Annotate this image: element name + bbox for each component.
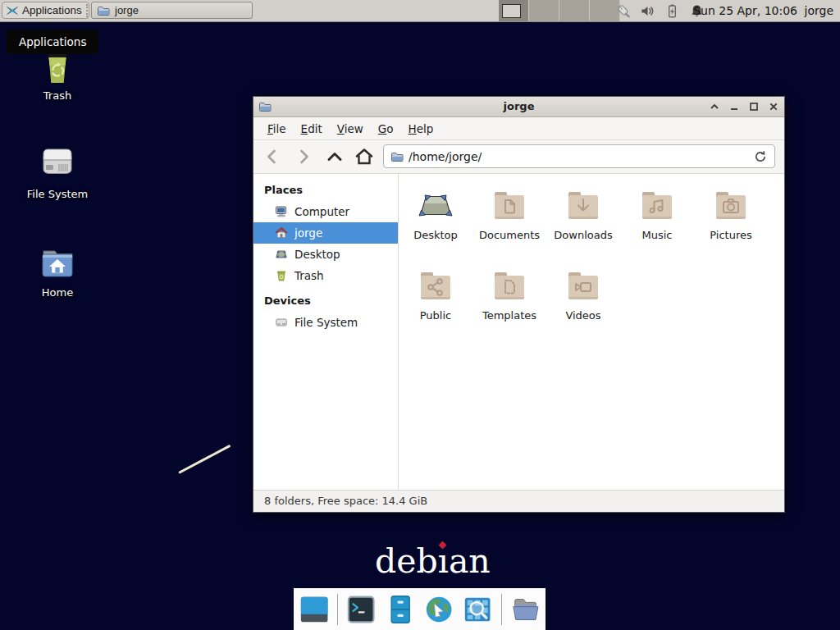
folder-download-icon xyxy=(564,185,603,225)
home-icon xyxy=(275,226,288,240)
sidebar-item-label: Computer xyxy=(294,205,349,218)
desktop-icon xyxy=(416,185,455,225)
desktop-icon xyxy=(275,248,288,261)
folder-item-label: Public xyxy=(399,309,472,322)
folder-item-desktop[interactable]: Desktop xyxy=(399,185,472,266)
applications-menu-button[interactable]: Applications xyxy=(2,2,89,19)
sidebar-item-computer[interactable]: Computer xyxy=(253,201,398,222)
file-manager-window: jorge FileEditViewGoHelp /home/jorge/ Pl… xyxy=(253,96,785,513)
menu-edit[interactable]: Edit xyxy=(294,120,330,138)
dock-application-finder-button[interactable] xyxy=(462,593,493,626)
top-panel: Applications jorge Sun 25 Apr, 10:06 jor… xyxy=(0,0,840,22)
taskbar-window-button[interactable]: jorge xyxy=(91,2,253,19)
sidebar-item-label: jorge xyxy=(294,226,322,240)
home-button[interactable] xyxy=(354,147,375,167)
places-sidebar: Places ComputerjorgeDesktopTrash Devices… xyxy=(253,174,399,490)
sidebar-item-label: Desktop xyxy=(294,248,340,261)
workspace-switcher[interactable] xyxy=(499,0,620,21)
folder-item-label: Music xyxy=(620,229,694,241)
toolbar: /home/jorge/ xyxy=(253,140,784,174)
folder-item-label: Videos xyxy=(546,309,620,322)
volume-icon[interactable] xyxy=(640,3,655,19)
folder-item-music[interactable]: Music xyxy=(620,185,694,266)
folder-item-label: Desktop xyxy=(399,229,472,241)
debian-logo: debıan xyxy=(375,541,491,581)
user-menu[interactable]: jorge xyxy=(805,0,833,21)
folder-item-templates[interactable]: Templates xyxy=(472,266,546,346)
dock-terminal-button[interactable] xyxy=(345,593,377,626)
location-bar[interactable]: /home/jorge/ xyxy=(383,144,775,168)
window-controls xyxy=(708,97,780,116)
folder-music-icon xyxy=(637,185,677,225)
statusbar: 8 folders, Free space: 14.4 GiB xyxy=(253,490,784,512)
folder-item-downloads[interactable]: Downloads xyxy=(546,185,620,266)
desktop-icon-file-system[interactable]: File System xyxy=(15,145,100,200)
folder-icon xyxy=(97,4,110,17)
folder-camera-icon xyxy=(711,185,751,225)
desktop: Applications jorge Sun 25 Apr, 10:06 jor… xyxy=(0,0,840,630)
workspace-1[interactable] xyxy=(499,0,529,21)
window-title: jorge xyxy=(253,97,784,116)
sidebar-item-file-system[interactable]: File System xyxy=(253,312,398,333)
dock-folder-button[interactable] xyxy=(509,593,541,626)
menu-file[interactable]: File xyxy=(260,120,294,138)
desktop-icon-trash[interactable]: Trash xyxy=(15,47,100,102)
location-folder-icon xyxy=(390,150,404,163)
back-button[interactable] xyxy=(262,147,283,167)
dock-show-desktop-button[interactable] xyxy=(299,593,330,626)
desktop-icon-label: Home xyxy=(15,286,100,299)
trash-icon xyxy=(275,269,288,282)
folder-document-icon xyxy=(490,185,529,225)
folder-item-label: Templates xyxy=(472,309,546,322)
dock xyxy=(294,588,546,630)
clock[interactable]: Sun 25 Apr, 10:06 xyxy=(693,0,797,21)
folder-template-icon xyxy=(490,266,529,305)
battery-icon[interactable] xyxy=(664,3,680,19)
forward-button[interactable] xyxy=(293,147,314,167)
up-button[interactable] xyxy=(324,147,345,167)
folder-item-pictures[interactable]: Pictures xyxy=(694,185,768,266)
sidebar-item-jorge[interactable]: jorge xyxy=(253,222,398,244)
panel-grip[interactable] xyxy=(86,4,89,17)
folder-item-label: Pictures xyxy=(694,229,768,241)
folder-item-videos[interactable]: Videos xyxy=(546,266,620,346)
menu-go[interactable]: Go xyxy=(371,120,401,138)
menu-view[interactable]: View xyxy=(330,120,371,138)
minimize-button[interactable] xyxy=(728,100,741,113)
applications-menu-label: Applications xyxy=(22,4,82,16)
mouse-device-icon[interactable] xyxy=(615,3,631,19)
workspace-3[interactable] xyxy=(559,0,590,21)
debian-logo-i: ı xyxy=(438,541,449,581)
close-button[interactable] xyxy=(767,100,780,113)
folder-item-public[interactable]: Public xyxy=(399,266,472,346)
folder-video-icon xyxy=(564,266,603,305)
dock-separator xyxy=(337,594,338,625)
desktop-icon-label: Trash xyxy=(15,89,100,102)
menubar: FileEditViewGoHelp xyxy=(253,117,784,140)
folder-item-label: Downloads xyxy=(546,229,620,241)
desktop-line-artifact xyxy=(178,445,231,474)
computer-icon xyxy=(275,205,288,218)
system-tray xyxy=(615,2,705,19)
dock-file-cabinet-button[interactable] xyxy=(385,593,416,626)
reload-button[interactable] xyxy=(753,149,768,164)
workspace-window-preview xyxy=(502,4,521,18)
folder-item-label: Documents xyxy=(472,229,546,241)
applications-tooltip: Applications xyxy=(7,30,98,54)
menu-help[interactable]: Help xyxy=(401,120,441,138)
dock-separator xyxy=(501,594,502,625)
devices-header: Devices xyxy=(253,290,398,312)
maximize-button[interactable] xyxy=(747,100,760,113)
workspace-2[interactable] xyxy=(529,0,559,21)
folder-item-documents[interactable]: Documents xyxy=(472,185,546,266)
dock-web-browser-button[interactable] xyxy=(423,593,454,626)
titlebar[interactable]: jorge xyxy=(253,97,784,117)
desktop-icon-home[interactable]: Home xyxy=(15,244,100,299)
drive-icon xyxy=(275,316,288,329)
folder-view: Desktop Documents Downloads Music Pictur… xyxy=(399,174,784,490)
debian-logo-dot xyxy=(439,541,447,550)
sidebar-item-desktop[interactable]: Desktop xyxy=(253,244,398,265)
shade-button[interactable] xyxy=(708,100,721,113)
location-path[interactable]: /home/jorge/ xyxy=(409,150,748,163)
sidebar-item-trash[interactable]: Trash xyxy=(253,265,398,286)
